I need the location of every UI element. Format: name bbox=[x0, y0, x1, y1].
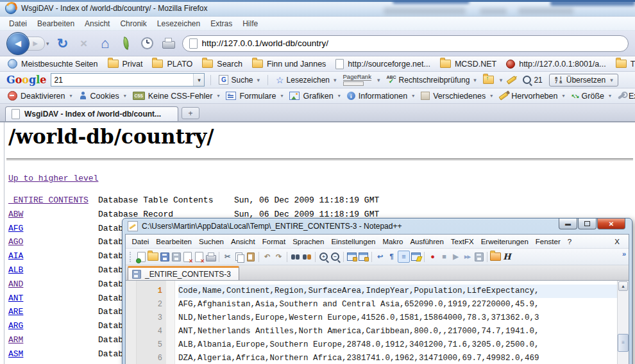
redo-icon[interactable]: ↷ bbox=[273, 251, 284, 262]
menu-lesezeichen[interactable]: Lesezeichen bbox=[152, 18, 205, 29]
google-bookmarks-button[interactable]: ☆ Lesezeichen ▾ bbox=[274, 74, 338, 86]
listing-link-abw[interactable]: ABW bbox=[8, 210, 23, 219]
word-wrap-icon[interactable]: ↩ bbox=[375, 251, 385, 262]
google-search-button[interactable]: G Suche ▾ bbox=[217, 74, 262, 85]
bookmark-tree-samples[interactable]: Tree Samples bbox=[612, 58, 635, 70]
webdev-keine-css-fehler[interactable]: CSSKeine CSS-Fehler▾ bbox=[130, 91, 223, 101]
back-button[interactable]: ◀ bbox=[6, 32, 30, 55]
toolbar-overflow-icon[interactable]: » bbox=[622, 250, 626, 258]
print-icon[interactable] bbox=[205, 251, 216, 262]
listing-link-are[interactable]: ARE bbox=[8, 307, 23, 317]
npp-menu-einstellungen[interactable]: Einstellungen bbox=[328, 236, 379, 247]
menu-bearbeiten[interactable]: Bearbeiten bbox=[32, 18, 80, 29]
webdev-informationen[interactable]: iInformationen▾ bbox=[344, 91, 417, 101]
spellcheck-button[interactable]: ABC✓ Rechtschreibprüfung ▾ bbox=[384, 74, 478, 85]
listing-link-ant[interactable]: ANT bbox=[8, 294, 23, 303]
listing-link-asm[interactable]: ASM bbox=[8, 349, 23, 359]
google-search-box[interactable]: ▾ bbox=[51, 73, 205, 87]
highlighter-pen-icon[interactable] bbox=[507, 76, 517, 85]
webdev-deaktivieren[interactable]: Deaktivieren▾ bbox=[5, 90, 75, 101]
macro-playback-icon[interactable]: ▶ bbox=[450, 251, 461, 262]
url-input[interactable] bbox=[202, 38, 622, 48]
vertical-scrollbar[interactable]: ▲ ≡ bbox=[617, 281, 629, 364]
webdev-grafiken[interactable]: Grafiken▾ bbox=[287, 91, 343, 101]
menu-ansicht[interactable]: Ansicht bbox=[80, 18, 115, 29]
close-file-icon[interactable]: ✕ bbox=[182, 251, 193, 262]
scrollbar-thumb[interactable]: ≡ bbox=[618, 334, 629, 352]
menu-datei[interactable]: Datei bbox=[4, 18, 32, 29]
history-dropdown-icon[interactable]: ▾ bbox=[46, 40, 49, 47]
search-dropdown-icon[interactable]: ▾ bbox=[193, 74, 204, 86]
webdev-formulare[interactable]: Formulare▾ bbox=[223, 91, 285, 101]
indent-guide-icon[interactable]: ≡ bbox=[398, 251, 410, 263]
macro-run-multiple-icon[interactable]: ▶▶ bbox=[462, 251, 473, 262]
feed-button[interactable] bbox=[119, 35, 134, 53]
npp-menu-ansicht[interactable]: Ansicht bbox=[228, 236, 259, 247]
webdev-extras[interactable]: Extras▾ bbox=[615, 91, 635, 101]
npp-menu-sprachen[interactable]: Sprachen bbox=[289, 236, 328, 247]
sync-horizontal-icon[interactable] bbox=[358, 251, 369, 262]
new-tab-button[interactable]: + bbox=[182, 107, 199, 119]
listing-link-ago[interactable]: AGO bbox=[8, 237, 23, 247]
h-plugin-icon[interactable]: H bbox=[502, 251, 512, 262]
npp-menu-ausf-hren[interactable]: Ausführen bbox=[407, 236, 447, 247]
listing-link-afg[interactable]: AFG bbox=[8, 224, 23, 233]
cut-icon[interactable]: ✂ bbox=[222, 251, 233, 262]
find-icon[interactable] bbox=[290, 251, 301, 262]
npp-menu-format[interactable]: Format bbox=[258, 236, 289, 247]
notepadpp-titlebar[interactable]: C:\Users\Martin\AppData\Local\Temp\_ENTI… bbox=[123, 219, 632, 234]
macro-save-icon[interactable] bbox=[473, 251, 484, 262]
open-file-icon[interactable] bbox=[148, 251, 158, 262]
npp-menu-suchen[interactable]: Suchen bbox=[195, 236, 227, 247]
url-bar[interactable] bbox=[182, 35, 629, 52]
minimize-button[interactable]: ▬ bbox=[559, 219, 577, 229]
scroll-up-icon[interactable]: ▲ bbox=[618, 281, 628, 291]
bookmark-plato[interactable]: PLATO bbox=[148, 58, 196, 70]
function-completion-icon[interactable] bbox=[411, 251, 421, 262]
save-icon[interactable] bbox=[159, 251, 170, 262]
npp-menu-erweiterungen[interactable]: Erweiterungen bbox=[477, 236, 532, 247]
webdev-cookies[interactable]: Cookies▾ bbox=[76, 91, 129, 101]
close-all-icon[interactable]: ✕ bbox=[194, 251, 205, 262]
listing-link-and[interactable]: AND bbox=[8, 279, 23, 289]
listing-link-aia[interactable]: AIA bbox=[8, 251, 23, 261]
tab-wsgidav[interactable]: WsgiDAV - Index of /world-db/count... bbox=[5, 106, 178, 121]
zoom-in-icon[interactable]: + bbox=[318, 251, 329, 262]
zoom-indicator[interactable]: 21 bbox=[521, 75, 544, 85]
webdev-gr-e[interactable]: ↖↘Größe▾ bbox=[568, 91, 614, 101]
save-all-icon[interactable] bbox=[171, 251, 182, 262]
npp-menu-[interactable]: ? bbox=[564, 236, 575, 247]
history-button[interactable] bbox=[140, 35, 155, 53]
copy-icon[interactable] bbox=[233, 251, 244, 262]
print-button[interactable] bbox=[161, 35, 176, 53]
stop-button[interactable]: × bbox=[76, 35, 92, 53]
google-search-input[interactable] bbox=[51, 76, 193, 85]
macro-stop-icon[interactable]: ■ bbox=[439, 251, 450, 262]
paste-icon[interactable] bbox=[245, 251, 256, 262]
macro-record-icon[interactable]: ● bbox=[427, 251, 438, 262]
send-to-folder-icon[interactable] bbox=[483, 76, 494, 84]
menu-hilfe[interactable]: Hilfe bbox=[237, 18, 263, 29]
bookmark-meistbesuchte-seiten[interactable]: Meistbesuchte Seiten bbox=[4, 58, 102, 70]
home-button[interactable]: ⌂ bbox=[97, 35, 113, 53]
listing-link-arm[interactable]: ARM bbox=[8, 335, 23, 345]
bookmark-http-127-0-0-1-8001-a[interactable]: http://127.0.0.1:8001/a... bbox=[502, 58, 610, 70]
listing-link-entire-contents[interactable]: _ENTIRE_CONTENTS bbox=[8, 195, 89, 205]
listing-link-alb[interactable]: ALB bbox=[8, 265, 23, 275]
bookmark-mcsd-net[interactable]: MCSD.NET bbox=[436, 58, 500, 70]
menu-extras[interactable]: Extras bbox=[205, 18, 237, 29]
up-to-higher-level-link[interactable]: Up to higher level bbox=[8, 174, 98, 183]
reload-button[interactable]: ↻ bbox=[55, 35, 71, 53]
document-tab[interactable]: _ENTIRE_CONTENTS-3 bbox=[128, 266, 239, 280]
new-file-icon[interactable] bbox=[136, 251, 147, 262]
npp-menu-textfx[interactable]: TextFX bbox=[447, 236, 477, 247]
pagerank-indicator[interactable]: PageRank bbox=[343, 74, 371, 86]
mdi-close-button[interactable]: X bbox=[611, 236, 626, 247]
show-all-characters-icon[interactable]: ¶ bbox=[386, 251, 397, 262]
maximize-button[interactable] bbox=[578, 219, 597, 229]
npp-menu-makro[interactable]: Makro bbox=[379, 236, 407, 247]
bookmark-privat[interactable]: Privat bbox=[104, 58, 147, 70]
bookmark-finn-und-jannes[interactable]: Finn und Jannes bbox=[248, 58, 330, 70]
zoom-out-icon[interactable]: − bbox=[330, 251, 341, 262]
sync-vertical-icon[interactable] bbox=[346, 251, 357, 262]
